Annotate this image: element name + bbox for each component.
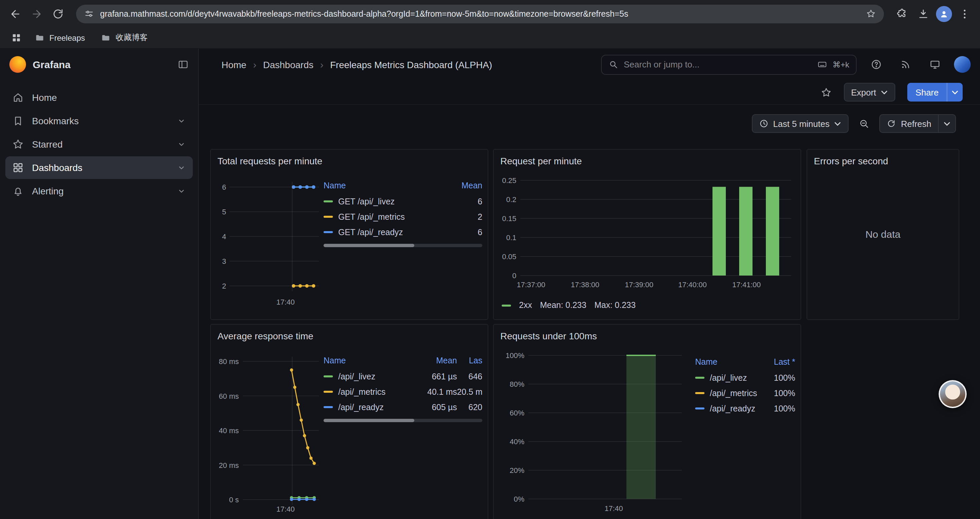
browser-menu-icon[interactable] <box>956 5 973 22</box>
chevron-down-icon <box>881 88 888 96</box>
sidebar-item-dashboards[interactable]: Dashboards <box>5 156 193 179</box>
panel-title[interactable]: Request per minute <box>494 150 800 168</box>
chevron-down-icon[interactable] <box>177 140 186 149</box>
svg-text:3: 3 <box>222 257 226 265</box>
svg-text:17:40:00: 17:40:00 <box>678 281 707 289</box>
favorite-star-icon[interactable] <box>820 86 832 98</box>
svg-text:17:37:00: 17:37:00 <box>517 281 546 289</box>
panel-title[interactable]: Requests under 100ms <box>494 325 800 343</box>
legend-row[interactable]: /api/_metrics 40.1 ms 20.5 m <box>323 384 482 399</box>
legend-col-name[interactable]: Name <box>695 357 766 367</box>
grafana-logo[interactable] <box>10 56 26 73</box>
legend-row[interactable]: /api/_metrics 100% <box>695 385 795 401</box>
series-mean: 605 µs <box>415 402 457 412</box>
panel-legend: Name Mean Las /api/_livez 661 µs 646 <box>323 353 482 513</box>
time-range-picker[interactable]: Last 5 minutes <box>752 114 849 133</box>
legend-scrollbar[interactable] <box>323 419 482 422</box>
bookmark-star-icon[interactable] <box>866 9 876 19</box>
url-text: grafana.mathmast.com/d/deytv4rwavabkb/fr… <box>100 9 860 18</box>
share-dropdown-button[interactable] <box>947 83 963 102</box>
panel-errors-per-second: Errors per second No data <box>807 149 959 320</box>
time-controls: Last 5 minutes Refresh <box>752 114 956 133</box>
bookmark-freeleaps[interactable]: Freeleaps <box>29 31 91 45</box>
search-input[interactable] <box>624 59 812 69</box>
svg-text:6: 6 <box>222 183 226 192</box>
browser-profile-avatar[interactable] <box>936 6 952 22</box>
sidebar-item-bookmarks[interactable]: Bookmarks <box>5 110 193 132</box>
breadcrumb-dashboards[interactable]: Dashboards <box>263 59 313 70</box>
svg-text:40 ms: 40 ms <box>219 426 239 435</box>
series-name[interactable]: /api/_metrics <box>338 387 415 396</box>
series-name[interactable]: GET /api/_readyz <box>338 227 453 237</box>
apps-grid-icon[interactable] <box>8 30 24 46</box>
legend-col-last[interactable]: Las <box>457 356 482 366</box>
refresh-interval-dropdown[interactable] <box>939 114 956 133</box>
export-button[interactable]: Export <box>843 83 895 102</box>
legend-col-name[interactable]: Name <box>323 181 453 190</box>
folder-icon <box>35 33 45 43</box>
refresh-button-group: Refresh <box>880 114 956 133</box>
series-last: 646 <box>457 372 482 381</box>
sidebar-item-alerting[interactable]: Alerting <box>5 180 193 203</box>
news-rss-icon[interactable] <box>895 54 915 75</box>
series-name[interactable]: /api/_readyz <box>338 402 415 412</box>
legend-row[interactable]: /api/_readyz 100% <box>695 401 795 416</box>
svg-text:0.05: 0.05 <box>502 252 516 261</box>
legend-row[interactable]: /api/_livez 661 µs 646 <box>323 369 482 384</box>
legend-col-mean[interactable]: Mean <box>415 356 457 366</box>
star-icon <box>12 138 24 150</box>
search-shortcut: ⌘+k <box>832 60 849 69</box>
chevron-down-icon[interactable] <box>177 186 186 196</box>
sidebar-item-home[interactable]: Home <box>5 86 193 109</box>
breadcrumb-home[interactable]: Home <box>221 59 247 70</box>
downloads-icon[interactable] <box>915 5 932 22</box>
legend-row[interactable]: /api/_livez 100% <box>695 370 795 385</box>
panel-title[interactable]: Errors per second <box>807 150 959 168</box>
dashboard-actions: Export Share <box>199 80 980 105</box>
series-name[interactable]: /api/_metrics <box>710 388 766 398</box>
chevron-down-icon[interactable] <box>177 116 186 126</box>
legend-row[interactable]: GET /api/_metrics 2 <box>323 209 482 224</box>
legend-col-last[interactable]: Last * <box>766 357 795 367</box>
sidebar-collapse-icon[interactable] <box>177 59 189 70</box>
panel-title[interactable]: Total requests per minute <box>211 150 488 168</box>
legend-row[interactable]: GET /api/_livez 6 <box>323 194 482 209</box>
bookmarks-bar: Freeleaps 收藏博客 <box>0 27 980 49</box>
forward-icon[interactable] <box>28 5 45 22</box>
panel-title[interactable]: Average response time <box>211 325 488 343</box>
zoom-out-button[interactable] <box>854 114 874 133</box>
series-name[interactable]: /api/_livez <box>710 373 766 382</box>
panel-requests-under-100ms: Requests under 100ms 100%80%60%40%20%0%1… <box>493 324 801 519</box>
site-info-icon[interactable] <box>84 9 94 19</box>
legend-row[interactable]: GET /api/_readyz 6 <box>323 224 482 240</box>
chevron-down-icon[interactable] <box>177 163 186 172</box>
series-last: 100% <box>766 373 795 382</box>
user-avatar[interactable] <box>954 56 970 73</box>
series-mark <box>323 216 333 218</box>
scrollbar-thumb[interactable] <box>323 419 414 422</box>
url-bar[interactable]: grafana.mathmast.com/d/deytv4rwavabkb/fr… <box>76 4 884 23</box>
extensions-icon[interactable] <box>893 5 911 22</box>
legend-row[interactable]: /api/_readyz 605 µs 620 <box>323 399 482 415</box>
help-icon[interactable] <box>866 54 886 75</box>
scrollbar-thumb[interactable] <box>323 244 414 247</box>
series-name[interactable]: /api/_livez <box>338 372 415 381</box>
refresh-button[interactable]: Refresh <box>880 114 939 133</box>
sidebar-item-starred[interactable]: Starred <box>5 133 193 156</box>
reload-icon[interactable] <box>49 5 67 22</box>
series-name[interactable]: 2xx <box>519 300 532 310</box>
legend-col-mean[interactable]: Mean <box>453 181 482 190</box>
series-name[interactable]: GET /api/_livez <box>338 197 453 206</box>
series-name[interactable]: GET /api/_metrics <box>338 212 453 222</box>
search-box[interactable]: ⌘+k <box>601 54 857 75</box>
share-button[interactable]: Share <box>908 83 947 102</box>
assistant-avatar[interactable] <box>939 380 967 408</box>
bookmark-blog-folder[interactable]: 收藏博客 <box>96 30 153 45</box>
average-response-time-chart: 80 ms60 ms40 ms20 ms0 s17:40 <box>216 343 321 513</box>
no-data-label: No data <box>865 228 900 240</box>
legend-scrollbar[interactable] <box>323 244 482 247</box>
legend-col-name[interactable]: Name <box>323 356 415 366</box>
back-icon[interactable] <box>7 5 24 22</box>
monitor-icon[interactable] <box>924 54 945 75</box>
series-name[interactable]: /api/_readyz <box>710 404 766 413</box>
